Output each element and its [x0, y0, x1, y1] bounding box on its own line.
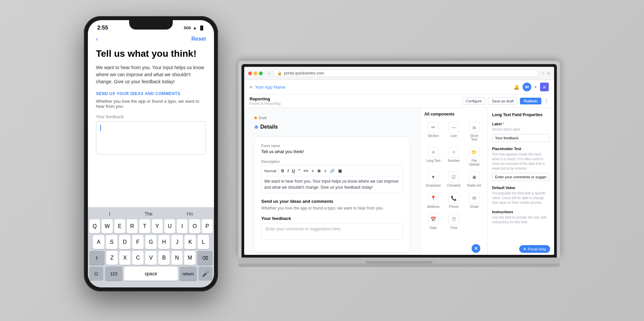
bold-button[interactable]: B — [280, 168, 285, 174]
details-label: Details — [260, 124, 278, 130]
configure-button[interactable]: Configure — [462, 97, 486, 105]
ordered-list-button[interactable]: ≡ — [311, 168, 315, 174]
key-l[interactable]: L — [198, 235, 209, 249]
key-g[interactable]: G — [145, 235, 157, 249]
suggestion-the[interactable]: The — [145, 211, 153, 217]
label-property-input[interactable] — [492, 134, 549, 142]
phone-reset-button[interactable]: Reset — [191, 36, 206, 42]
component-email[interactable]: ✉ Email — [465, 191, 483, 210]
pipe-divider: | — [277, 168, 279, 174]
components-grid: ✏ Section — Line ▤ Short Text — [424, 121, 483, 231]
link-button[interactable]: 🔗 — [329, 168, 336, 174]
key-c[interactable]: C — [132, 251, 144, 265]
key-z[interactable]: Z — [106, 251, 118, 265]
key-a[interactable]: A — [93, 235, 104, 249]
save-draft-button[interactable]: Save as draft — [488, 97, 517, 105]
key-k[interactable]: K — [184, 235, 196, 249]
key-y[interactable]: Y — [152, 219, 163, 233]
key-m[interactable]: M — [184, 251, 196, 265]
long-text-label: Long Text — [426, 159, 440, 163]
key-r[interactable]: R — [127, 219, 138, 233]
close-window-button[interactable] — [248, 72, 252, 75]
component-line[interactable]: — Line — [445, 121, 463, 143]
portal-help-button[interactable]: ⊕ Portal Help — [519, 245, 550, 253]
component-section[interactable]: ✏ Section — [424, 121, 442, 143]
minimize-window-button[interactable] — [254, 72, 257, 75]
key-d[interactable]: D — [119, 235, 130, 249]
section-sub: Whether you love the app or found a typo… — [261, 206, 403, 211]
battery-icon: ▐▌ — [199, 26, 205, 30]
component-checklist[interactable]: ☑ Checklist — [445, 170, 463, 189]
key-x[interactable]: X — [119, 251, 131, 265]
component-phone[interactable]: 📞 Phone — [445, 191, 463, 210]
key-123[interactable]: 123 — [105, 267, 122, 281]
align-button[interactable]: ≡ — [323, 168, 327, 174]
panel-close-button[interactable]: ✕ — [472, 244, 480, 253]
key-j[interactable]: J — [171, 235, 183, 249]
key-shift[interactable]: ⇧ — [89, 251, 105, 265]
browser-back-button[interactable]: ‹ — [269, 71, 270, 76]
more-options-icon[interactable]: ⋮ — [544, 98, 549, 104]
underline-button[interactable]: U — [291, 168, 296, 174]
share-icon[interactable]: ↑ — [542, 71, 544, 76]
feedback-textarea[interactable]: Enter your comments or suggestions here. — [261, 223, 403, 240]
key-return[interactable]: return — [179, 267, 197, 281]
new-tab-icon[interactable]: + — [547, 71, 550, 76]
component-short-text[interactable]: ▤ Short Text — [465, 121, 483, 143]
avatar-chevron[interactable]: ▾ — [535, 85, 537, 89]
unordered-list-button[interactable]: ≣ — [316, 168, 322, 174]
key-mic[interactable]: 🎤 — [199, 267, 213, 281]
text-format-select[interactable]: Normal — [264, 169, 276, 173]
key-w[interactable]: W — [102, 219, 112, 233]
key-n[interactable]: N — [171, 251, 183, 265]
key-o[interactable]: O — [189, 219, 200, 233]
component-date[interactable]: 📅 Date — [424, 213, 442, 231]
bell-icon[interactable]: 🔔 — [514, 84, 519, 90]
code-button[interactable]: <> — [303, 168, 309, 174]
component-dropdown[interactable]: ▼ Dropdown — [424, 170, 442, 189]
key-f[interactable]: F — [132, 235, 144, 249]
user-avatar[interactable]: WI — [523, 83, 531, 91]
key-u[interactable]: U — [164, 219, 175, 233]
description-editor[interactable]: Normal | B I U " <> ≡ ≣ — [261, 165, 403, 193]
phone-back-button[interactable]: ‹ — [96, 35, 98, 43]
component-long-text[interactable]: ≡ Long Text — [424, 145, 442, 168]
image-button[interactable]: ▣ — [337, 168, 343, 174]
suggestion-i[interactable]: I — [109, 211, 110, 217]
app-switcher-icon[interactable]: ⊞ — [540, 83, 549, 91]
key-emoji[interactable]: ☺ — [89, 267, 103, 281]
phone-send-link[interactable]: SEND US YOUR IDEAS AND COMMENTS — [96, 91, 206, 96]
required-marker: * — [503, 122, 504, 126]
phone-icon: 📞 — [448, 193, 459, 203]
key-b[interactable]: B — [158, 251, 170, 265]
phone-feedback-input[interactable] — [96, 121, 206, 155]
component-number[interactable]: # Number — [445, 145, 463, 168]
italic-button[interactable]: I — [286, 168, 289, 174]
component-address[interactable]: 📍 Address — [424, 191, 442, 210]
component-file-upload[interactable]: 📁 File Upload — [465, 145, 483, 168]
publish-button[interactable]: Publish — [520, 98, 541, 104]
app-header: ≡ Your App Name 🔔 WI ▾ ⊞ — [244, 80, 554, 94]
key-backspace[interactable]: ⌫ — [197, 251, 213, 265]
phone-time: 2:55 — [97, 25, 108, 31]
key-e[interactable]: E — [114, 219, 125, 233]
browser-url-bar[interactable]: 🔒 portal.quickseries.com — [274, 70, 538, 77]
hamburger-menu-icon[interactable]: ≡ — [250, 84, 252, 90]
placeholder-property-title: Placeholder Text — [492, 147, 549, 151]
sub-header-actions: Configure Save as draft Publish ⋮ — [462, 97, 549, 105]
radio-list-icon: ◉ — [469, 172, 480, 182]
maximize-window-button[interactable] — [259, 72, 263, 75]
placeholder-property-input[interactable] — [492, 173, 549, 181]
key-v[interactable]: V — [145, 251, 157, 265]
key-i[interactable]: I — [177, 219, 187, 233]
component-radio-list[interactable]: ◉ Radio list — [465, 170, 483, 189]
key-t[interactable]: T — [139, 219, 150, 233]
key-q[interactable]: Q — [89, 219, 100, 233]
key-p[interactable]: P — [202, 219, 213, 233]
component-time[interactable]: ⏱ Time — [445, 213, 463, 231]
key-space[interactable]: space — [124, 267, 178, 281]
key-s[interactable]: S — [106, 235, 117, 249]
quote-button[interactable]: " — [297, 168, 301, 174]
key-h[interactable]: H — [158, 235, 170, 249]
suggestion-im[interactable]: I'm — [187, 211, 193, 217]
